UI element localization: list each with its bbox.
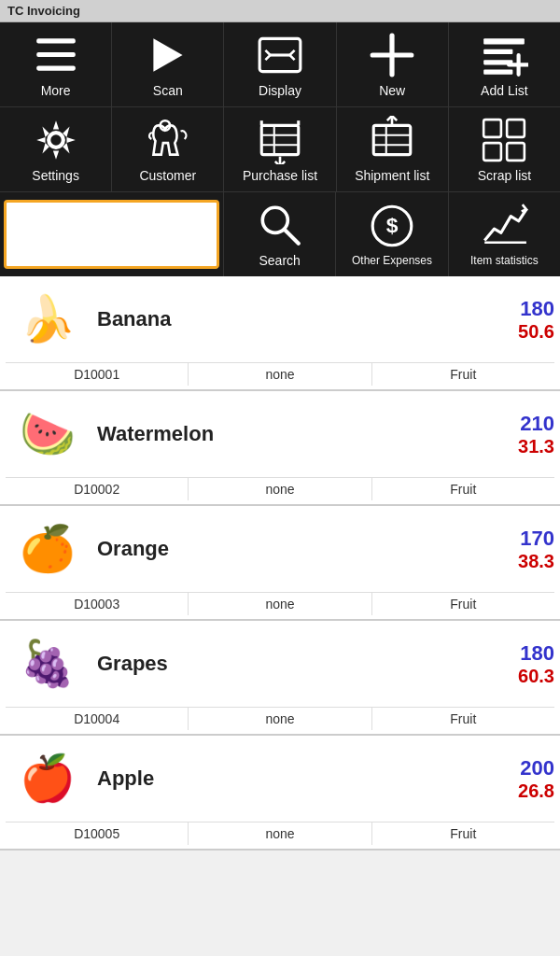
product-item[interactable]: 🍇 Grapes 180 60.3 D10004 none Fruit xyxy=(0,621,560,736)
svg-rect-22 xyxy=(373,125,411,154)
purchase-list-label: Purchase list xyxy=(243,168,317,183)
product-meta-4: D10005 none Fruit xyxy=(6,822,554,845)
display-icon xyxy=(256,31,304,79)
add-list-button[interactable]: Add List xyxy=(449,22,560,106)
product-meta-0: D10001 none Fruit xyxy=(6,362,554,386)
product-meta-1: D10002 none Fruit xyxy=(6,477,554,500)
product-tag2-1: Fruit xyxy=(372,478,554,500)
product-val1-3: 180 xyxy=(520,641,554,666)
product-val2-4: 26.8 xyxy=(518,780,554,802)
search-icon xyxy=(256,201,304,249)
item-statistics-label: Item statistics xyxy=(470,254,539,267)
product-code-4: D10005 xyxy=(6,822,189,845)
new-icon xyxy=(368,31,416,79)
product-tag1-2: none xyxy=(189,593,371,615)
other-expenses-button[interactable]: $ Other Expenses xyxy=(336,192,448,276)
item-statistics-button[interactable]: Item statistics xyxy=(449,192,560,276)
svg-rect-8 xyxy=(484,38,525,44)
product-val1-4: 200 xyxy=(520,756,554,780)
svg-rect-9 xyxy=(484,49,513,54)
product-tag2-2: Fruit xyxy=(372,593,554,615)
product-item[interactable]: 🍌 Banana 180 50.6 D10001 none Fruit xyxy=(0,276,560,391)
scan-button[interactable]: Scan xyxy=(112,22,224,106)
product-values-3: 180 60.3 xyxy=(480,641,554,687)
display-button[interactable]: Display xyxy=(224,22,336,106)
settings-button[interactable]: Settings xyxy=(0,107,112,191)
product-val2-0: 50.6 xyxy=(518,321,554,343)
scrap-list-button[interactable]: Scrap list xyxy=(449,107,560,191)
customer-button[interactable]: Customer xyxy=(112,107,224,191)
product-top-3: 🍇 Grapes 180 60.3 xyxy=(6,626,554,701)
scan-icon xyxy=(144,31,192,79)
product-val1-0: 180 xyxy=(520,297,554,321)
product-val2-1: 31.3 xyxy=(518,436,554,457)
other-expenses-label: Other Expenses xyxy=(352,254,432,267)
search-input[interactable] xyxy=(4,200,219,269)
app-title: TC Invoicing xyxy=(7,4,80,18)
svg-rect-0 xyxy=(36,38,76,43)
customer-label: Customer xyxy=(139,168,196,183)
settings-label: Settings xyxy=(32,168,79,183)
product-values-2: 170 38.3 xyxy=(480,527,554,572)
scrap-list-icon xyxy=(480,116,528,164)
product-image-2: 🍊 xyxy=(6,512,90,586)
product-top-0: 🍌 Banana 180 50.6 xyxy=(6,282,554,357)
product-item[interactable]: 🍊 Orange 170 38.3 D10003 none Fruit xyxy=(0,506,560,621)
shipment-list-label: Shipment list xyxy=(355,168,429,183)
toolbar-row-1: More Scan Display New xyxy=(0,22,560,106)
svg-text:$: $ xyxy=(386,213,399,237)
add-list-icon xyxy=(480,31,528,79)
product-name-0: Banana xyxy=(97,307,480,331)
svg-point-15 xyxy=(49,134,63,148)
more-button[interactable]: More xyxy=(0,22,112,106)
product-image-0: 🍌 xyxy=(6,282,90,357)
product-tag1-3: none xyxy=(189,708,371,730)
product-list: 🍌 Banana 180 50.6 D10001 none Fruit 🍉 Wa… xyxy=(0,276,560,851)
product-top-2: 🍊 Orange 170 38.3 xyxy=(6,512,554,586)
customer-icon xyxy=(144,116,192,164)
settings-icon xyxy=(32,116,80,164)
scrap-list-label: Scrap list xyxy=(478,168,532,183)
svg-rect-1 xyxy=(36,52,76,57)
svg-rect-30 xyxy=(508,143,525,161)
shipment-list-icon xyxy=(368,116,416,164)
product-item[interactable]: 🍉 Watermelon 210 31.3 D10002 none Fruit xyxy=(0,391,560,506)
svg-rect-2 xyxy=(36,65,76,70)
search-label: Search xyxy=(259,253,300,268)
product-code-1: D10002 xyxy=(6,478,189,500)
toolbar-row-3-search: Search $ Other Expenses Item statistics xyxy=(0,191,560,276)
more-label: More xyxy=(41,83,71,98)
dollar-icon: $ xyxy=(368,202,416,250)
svg-rect-29 xyxy=(484,143,502,161)
product-meta-2: D10003 none Fruit xyxy=(6,592,554,615)
product-item[interactable]: 🍎 Apple 200 26.8 D10005 none Fruit xyxy=(0,736,560,851)
search-button[interactable]: Search xyxy=(224,192,336,276)
title-bar: TC Invoicing xyxy=(0,0,560,22)
product-tag2-0: Fruit xyxy=(372,363,554,386)
scan-label: Scan xyxy=(153,83,183,98)
product-code-2: D10003 xyxy=(6,593,189,615)
product-tag2-4: Fruit xyxy=(372,822,554,845)
product-tag1-4: none xyxy=(189,822,371,845)
svg-rect-11 xyxy=(484,70,513,75)
product-name-2: Orange xyxy=(97,537,480,561)
product-val1-2: 170 xyxy=(520,527,554,551)
svg-rect-17 xyxy=(261,125,299,154)
product-val2-2: 38.3 xyxy=(518,551,554,572)
product-top-4: 🍎 Apple 200 26.8 xyxy=(6,741,554,816)
new-button[interactable]: New xyxy=(337,22,449,106)
product-tag2-3: Fruit xyxy=(372,708,554,730)
svg-line-32 xyxy=(285,230,299,244)
svg-marker-3 xyxy=(153,38,182,71)
purchase-list-button[interactable]: Purchase list xyxy=(224,107,336,191)
product-name-4: Apple xyxy=(97,766,480,791)
product-image-1: 🍉 xyxy=(6,397,90,471)
purchase-list-icon xyxy=(256,116,304,164)
product-image-4: 🍎 xyxy=(6,741,90,816)
display-label: Display xyxy=(259,83,301,98)
product-values-4: 200 26.8 xyxy=(480,756,554,802)
product-tag1-1: none xyxy=(189,478,371,500)
shipment-list-button[interactable]: Shipment list xyxy=(337,107,449,191)
product-values-1: 210 31.3 xyxy=(480,412,554,457)
chart-icon xyxy=(480,202,528,250)
